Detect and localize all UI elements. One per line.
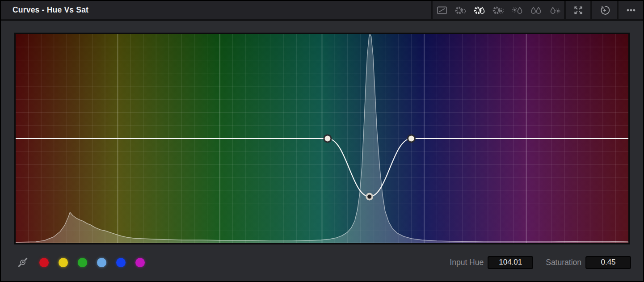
panel-title: Curves - Hue Vs Sat xyxy=(1,5,88,15)
swatch-green[interactable] xyxy=(78,258,87,267)
expand-icon[interactable] xyxy=(566,1,590,19)
swatch-magenta[interactable] xyxy=(135,258,145,267)
color-picker-icon[interactable] xyxy=(17,257,29,268)
input-hue-value[interactable]: 104.01 xyxy=(488,256,533,269)
sat-vs-lum-icon[interactable] xyxy=(545,1,564,19)
more-options-icon[interactable] xyxy=(619,1,643,19)
hue-preset-swatches xyxy=(39,258,145,267)
input-hue-label: Input Hue xyxy=(450,258,484,267)
swatch-red[interactable] xyxy=(39,258,49,267)
curve-graph-canvas[interactable] xyxy=(16,34,628,243)
swatch-light-blue[interactable] xyxy=(97,258,106,267)
hue-vs-lum-icon[interactable] xyxy=(489,1,508,19)
curve-point[interactable] xyxy=(408,135,415,142)
point-fields: Input Hue 104.01 Saturation 0.45 xyxy=(450,256,631,269)
curve-type-toolbar xyxy=(431,1,643,19)
swatch-yellow[interactable] xyxy=(59,258,68,267)
custom-curves-icon[interactable] xyxy=(433,1,451,19)
curve-point[interactable] xyxy=(324,135,331,142)
swatch-blue[interactable] xyxy=(116,258,126,267)
lum-vs-sat-icon[interactable] xyxy=(508,1,526,19)
saturation-value[interactable]: 0.45 xyxy=(585,256,631,269)
saturation-label: Saturation xyxy=(546,258,581,267)
hue-vs-hue-icon[interactable] xyxy=(451,1,470,19)
hue-vs-sat-icon[interactable] xyxy=(470,1,489,19)
footer-bar: Input Hue 104.01 Saturation 0.45 xyxy=(1,244,643,280)
titlebar: Curves - Hue Vs Sat xyxy=(1,1,643,21)
curves-panel: Curves - Hue Vs Sat xyxy=(0,0,644,282)
reset-icon[interactable] xyxy=(592,1,617,19)
curve-graph[interactable] xyxy=(14,33,630,244)
sat-vs-sat-icon[interactable] xyxy=(526,1,545,19)
